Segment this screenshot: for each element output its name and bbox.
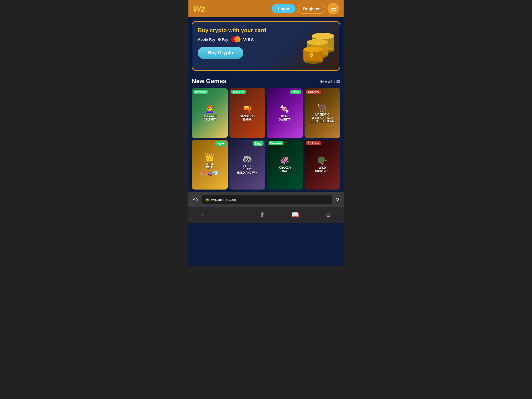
game-6-image: 🦝 VAULTBLASTHOLD AND WIN: [229, 140, 265, 190]
banner-title: Buy crypto with your card: [198, 27, 335, 34]
section-title: New Games: [192, 78, 226, 85]
game-card-wild-survivor[interactable]: Exclusive 🪖 WILDSURVIVOR: [305, 140, 341, 190]
exclusive-badge-2: Exclusive: [231, 90, 246, 94]
register-button[interactable]: Register: [298, 4, 325, 14]
games-grid-row-2: New 👑 MEGAWILD 🍉🍇💎 New 🦝 VAULTBLASTHOLD …: [192, 140, 340, 190]
svg-point-3: [307, 52, 328, 58]
game-card-big-wave[interactable]: Exclusive 👩‍🦰 BIG WAVEDELIGHT: [192, 88, 228, 138]
game-5-title: MEGAWILD: [206, 163, 214, 169]
visa-icon: VISA: [243, 37, 254, 42]
exclusive-badge-8: Exclusive: [306, 141, 321, 145]
game-card-vault-blast[interactable]: New 🦝 VAULTBLASTHOLD AND WIN: [229, 140, 265, 190]
nav-bookmarks-button[interactable]: 📖: [288, 210, 302, 219]
menu-button[interactable]: [328, 3, 339, 14]
game-5-icon: 👑: [205, 152, 214, 162]
see-all-button[interactable]: See all 283: [319, 79, 340, 84]
game-card-real-sweets[interactable]: New 🍬 REALSWEETS: [267, 88, 303, 138]
header: Wz Login Register: [188, 0, 344, 17]
mastercard-icon: [231, 36, 241, 42]
game-2-image: 🔫 BANDIDOSBANG: [229, 88, 265, 138]
new-badge-5: New: [215, 141, 226, 146]
mc-orange-circle: [234, 36, 241, 42]
menu-line-3: [331, 10, 336, 11]
browser-reload-button[interactable]: ↺: [336, 197, 339, 202]
game-3-icon: 🍬: [280, 104, 290, 114]
payment-icons: Apple Pay G Pay VISA: [198, 36, 335, 42]
menu-line-1: [331, 7, 336, 7]
buy-crypto-button[interactable]: Buy Crypto: [198, 47, 243, 59]
game-8-image: 🪖 WILDSURVIVOR: [305, 140, 341, 190]
new-games-section: New Games See all 283 Exclusive 👩‍🦰 BIG …: [188, 75, 344, 190]
game-card-majestic-buffalo[interactable]: Exclusive 🦬 MAJESTICWILD BUFFALODUSK TIL…: [305, 88, 341, 138]
svg-point-8: [303, 47, 323, 52]
game-6-title: VAULTBLASTHOLD AND WIN: [237, 165, 258, 175]
browser-aa[interactable]: AA: [193, 197, 198, 202]
browser-lock-icon: 🔒: [205, 198, 209, 201]
new-badge-3: New: [290, 90, 301, 94]
svg-rect-7: [303, 49, 323, 61]
game-4-title: MAJESTICWILD BUFFALODUSK TILL DAWN: [311, 113, 334, 123]
svg-point-0: [312, 47, 334, 53]
login-button[interactable]: Login: [272, 4, 295, 13]
phone-frame: Wz Login Register Buy crypto with your c…: [188, 0, 344, 266]
game-2-icon: 🔫: [242, 104, 252, 114]
game-5-image: 👑 MEGAWILD 🍉🍇💎: [192, 140, 228, 190]
nav-bar: ‹ › ⬆ 📖 ⧉: [188, 207, 344, 223]
game-1-image: 👩‍🦰 BIG WAVEDELIGHT: [192, 88, 228, 138]
game-4-image: 🦬 MAJESTICWILD BUFFALODUSK TILL DAWN: [305, 88, 341, 138]
browser-url-bar[interactable]: 🔒 wazamba.com: [201, 195, 332, 204]
svg-text:₿: ₿: [310, 51, 313, 58]
game-2-title: BANDIDOSBANG: [240, 115, 255, 121]
nav-tabs-button[interactable]: ⧉: [323, 210, 334, 219]
new-badge-6: New: [253, 141, 264, 146]
section-header: New Games See all 283: [192, 78, 340, 85]
logo: Wz: [193, 4, 205, 14]
game-1-title: BIG WAVEDELIGHT: [203, 115, 216, 121]
apple-pay-icon: Apple Pay: [198, 37, 215, 42]
google-pay-icon: G Pay: [218, 37, 228, 42]
browser-bar: AA 🔒 wazamba.com ↺: [188, 192, 344, 207]
game-card-bandidos[interactable]: Exclusive 🔫 BANDIDOSBANG: [229, 88, 265, 138]
game-8-title: WILDSURVIVOR: [315, 166, 329, 173]
game-7-title: KRAKENBAY: [279, 166, 291, 173]
game-card-mega-wild[interactable]: New 👑 MEGAWILD 🍉🍇💎: [192, 140, 228, 190]
menu-line-2: [331, 8, 336, 9]
svg-rect-4: [307, 42, 328, 55]
svg-point-6: [303, 58, 323, 64]
exclusive-badge-4: Exclusive: [306, 90, 321, 94]
game-3-image: 🍬 REALSWEETS: [267, 88, 303, 138]
browser-url-text: wazamba.com: [211, 197, 236, 202]
game-8-icon: 🪖: [318, 156, 327, 165]
game-4-icon: 🦬: [318, 103, 327, 112]
header-buttons: Login Register: [272, 3, 339, 14]
crypto-banner: Buy crypto with your card Apple Pay G Pa…: [192, 21, 340, 71]
game-card-kraken-bay[interactable]: Exclusive 🦑 KRAKENBAY: [267, 140, 303, 190]
nav-back-button[interactable]: ‹: [198, 210, 207, 219]
game-6-icon: 🦝: [242, 154, 252, 163]
exclusive-badge-7: Exclusive: [268, 141, 283, 145]
game-7-image: 🦑 KRAKENBAY: [267, 140, 303, 190]
exclusive-badge-1: Exclusive: [193, 90, 208, 94]
game-7-icon: 🦑: [280, 156, 290, 165]
game-3-title: REALSWEETS: [279, 115, 291, 121]
games-grid-row-1: Exclusive 👩‍🦰 BIG WAVEDELIGHT Exclusive …: [192, 88, 340, 138]
game-1-icon: 👩‍🦰: [205, 104, 214, 114]
nav-forward-button[interactable]: ›: [227, 210, 236, 219]
nav-share-button[interactable]: ⬆: [256, 210, 268, 219]
